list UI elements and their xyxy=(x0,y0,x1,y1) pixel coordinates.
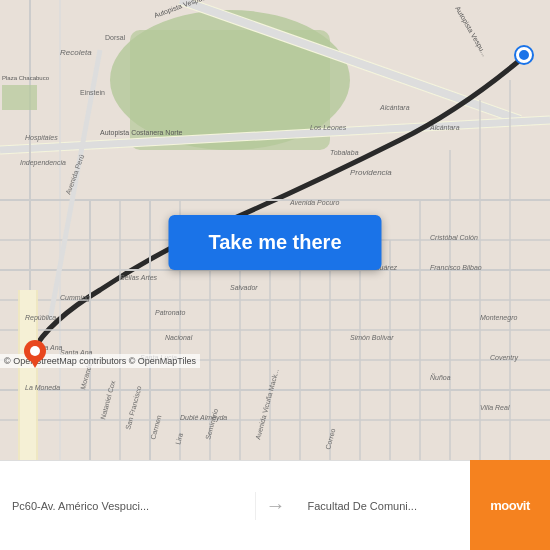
svg-text:Tobalaba: Tobalaba xyxy=(330,149,359,156)
svg-text:Los Leones: Los Leones xyxy=(310,124,347,131)
svg-text:Recoleta: Recoleta xyxy=(60,48,92,57)
origin-pin xyxy=(24,340,44,360)
svg-text:Alcántara: Alcántara xyxy=(379,104,410,111)
svg-text:Coventry: Coventry xyxy=(490,354,519,362)
svg-text:Francisco Bilbao: Francisco Bilbao xyxy=(430,264,482,271)
svg-text:Autopista Costanera Norte: Autopista Costanera Norte xyxy=(100,129,183,137)
moovit-text: moovit xyxy=(490,498,530,513)
svg-text:Cumming: Cumming xyxy=(60,294,90,302)
svg-text:Patronato: Patronato xyxy=(155,309,185,316)
arrow-icon: → xyxy=(266,494,286,517)
svg-rect-74 xyxy=(2,85,37,110)
svg-text:Montenegro: Montenegro xyxy=(480,314,517,322)
svg-text:Independencia: Independencia xyxy=(20,159,66,167)
origin-label: Pc60-Av. Américo Vespuci... xyxy=(12,500,243,512)
svg-point-82 xyxy=(30,346,40,356)
svg-text:Bellas Artes: Bellas Artes xyxy=(120,274,158,281)
svg-text:Dorsal: Dorsal xyxy=(105,34,126,41)
svg-text:Cristóbal Colón: Cristóbal Colón xyxy=(430,234,478,241)
svg-text:Alcántara: Alcántara xyxy=(429,124,460,131)
svg-marker-81 xyxy=(28,356,42,368)
svg-text:República: República xyxy=(25,314,56,322)
map-container: Autopista Vespucio Oriente Autopista Cos… xyxy=(0,0,550,460)
take-me-there-button[interactable]: Take me there xyxy=(168,215,381,270)
svg-text:Dublé Almeyda: Dublé Almeyda xyxy=(180,414,227,422)
arrow-divider: → xyxy=(256,494,296,517)
svg-text:Ñuñoa: Ñuñoa xyxy=(430,373,451,381)
svg-text:La Moneda: La Moneda xyxy=(25,384,60,391)
svg-text:Plaza Chacabuco: Plaza Chacabuco xyxy=(2,75,50,81)
svg-text:Nacional: Nacional xyxy=(165,334,193,341)
bottom-bar: Pc60-Av. Américo Vespuci... → Facultad D… xyxy=(0,460,550,550)
svg-text:Avenida Pocuro: Avenida Pocuro xyxy=(289,199,339,206)
svg-text:Hospitales: Hospitales xyxy=(25,134,58,142)
svg-text:Providencia: Providencia xyxy=(350,168,392,177)
svg-text:Salvador: Salvador xyxy=(230,284,258,291)
svg-text:Einstein: Einstein xyxy=(80,89,105,96)
origin-section: Pc60-Av. Américo Vespuci... xyxy=(0,492,256,520)
svg-text:Villa Real: Villa Real xyxy=(480,404,510,411)
destination-pin xyxy=(516,47,532,63)
svg-text:Simón Bolívar: Simón Bolívar xyxy=(350,334,394,341)
moovit-logo: moovit xyxy=(470,460,550,550)
